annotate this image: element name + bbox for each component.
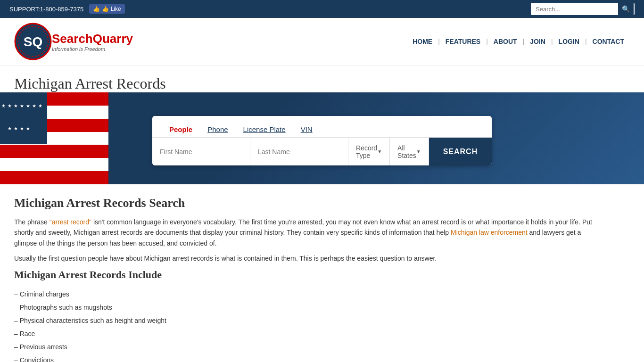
- list-item: Physical characteristics such as height …: [14, 314, 599, 327]
- content-section-title: Michigan Arrest Records Search: [14, 196, 599, 210]
- top-search-input[interactable]: [531, 3, 618, 15]
- content-paragraph-2: Usually the first question people have a…: [14, 253, 599, 263]
- star-icon: ★: [26, 103, 30, 108]
- thumbs-up-icon: 👍: [93, 6, 100, 12]
- search-button[interactable]: SEARCH: [429, 138, 492, 165]
- star-icon: ★: [26, 126, 30, 131]
- hero-banner: ★ ★ ★ ★ ★ ★ ★ ★ ★ ★ ★ ★ People Phone Lic…: [0, 92, 644, 184]
- site-header: SQ SearchQuarry Information is Freedom H…: [0, 18, 644, 66]
- last-name-input[interactable]: [250, 138, 348, 165]
- all-states-arrow-icon: ▼: [416, 149, 421, 154]
- nav-login[interactable]: LOGIN: [553, 38, 585, 45]
- tab-vin[interactable]: VIN: [293, 122, 320, 137]
- arrest-record-link[interactable]: "arrest record": [50, 218, 91, 226]
- star-icon: ★: [32, 103, 36, 108]
- record-type-label: Record Type: [356, 144, 377, 159]
- includes-title: Michigan Arrest Records Include: [14, 269, 599, 281]
- list-item: Race: [14, 327, 599, 340]
- star-icon: ★: [38, 103, 42, 108]
- star-icon: ★: [20, 103, 24, 108]
- nav-features[interactable]: FEATURES: [440, 38, 486, 45]
- fb-like-label: 👍 Like: [102, 6, 121, 12]
- content-area: Michigan Arrest Records Search The phras…: [0, 184, 613, 362]
- support-text: SUPPORT:1-800-859-7375: [9, 6, 83, 13]
- paragraph1-start: The phrase: [14, 218, 50, 226]
- star-icon: ★: [8, 126, 12, 131]
- logo-brand-suffix: Quarry: [93, 32, 133, 46]
- star-icon: ★: [20, 126, 24, 131]
- main-nav: HOME | FEATURES | ABOUT | JOIN | LOGIN |…: [407, 38, 630, 45]
- top-search-box: 🔍: [531, 3, 635, 15]
- tab-license-plate[interactable]: License Plate: [236, 122, 293, 137]
- search-tabs: People Phone License Plate VIN: [152, 116, 492, 137]
- tab-phone[interactable]: Phone: [200, 122, 235, 137]
- star-icon: ★: [14, 126, 18, 131]
- star-icon: ★: [14, 103, 18, 108]
- record-type-dropdown[interactable]: Record Type ▼: [348, 138, 390, 165]
- flag-decoration: ★ ★ ★ ★ ★ ★ ★ ★ ★ ★ ★ ★: [0, 92, 141, 184]
- facebook-like-button[interactable]: 👍 👍 Like: [89, 4, 124, 14]
- search-fields: Record Type ▼ All States ▼ SEARCH: [152, 137, 492, 165]
- list-item: Photographs such as mugshots: [14, 301, 599, 314]
- star-icon: ★: [8, 103, 12, 108]
- star-icon: ★: [1, 103, 6, 108]
- record-type-arrow-icon: ▼: [377, 149, 382, 154]
- list-item: Criminal charges: [14, 288, 599, 301]
- nav-contact[interactable]: CONTACT: [587, 38, 630, 45]
- logo-tagline: Information is Freedom: [52, 46, 133, 52]
- nav-about[interactable]: ABOUT: [488, 38, 523, 45]
- page-title-section: Michigan Arrest Records: [0, 66, 644, 92]
- all-states-dropdown[interactable]: All States ▼: [390, 138, 429, 165]
- svg-text:SQ: SQ: [24, 34, 42, 49]
- nav-join[interactable]: JOIN: [524, 38, 551, 45]
- logo-brand: SearchQuarry: [52, 32, 133, 46]
- law-enforcement-link[interactable]: Michigan law enforcement: [451, 229, 528, 236]
- top-bar: SUPPORT:1-800-859-7375 👍 👍 Like 🔍: [0, 0, 644, 18]
- logo-brand-prefix: Search: [52, 32, 93, 46]
- all-states-label: All States: [397, 144, 416, 159]
- top-search-button[interactable]: 🔍: [618, 3, 634, 15]
- list-item: Convictions: [14, 354, 599, 362]
- first-name-input[interactable]: [152, 138, 250, 165]
- list-item: Previous arrests: [14, 340, 599, 354]
- includes-list: Criminal charges Photographs such as mug…: [14, 288, 599, 362]
- nav-home[interactable]: HOME: [407, 38, 438, 45]
- page-title: Michigan Arrest Records: [14, 75, 630, 92]
- logo[interactable]: SQ SearchQuarry Information is Freedom: [14, 23, 133, 60]
- content-paragraph-1: The phrase "arrest record" isn't common …: [14, 217, 599, 248]
- logo-icon: SQ: [14, 23, 52, 60]
- tab-people[interactable]: People: [162, 122, 200, 137]
- search-widget: People Phone License Plate VIN Record Ty…: [152, 116, 492, 165]
